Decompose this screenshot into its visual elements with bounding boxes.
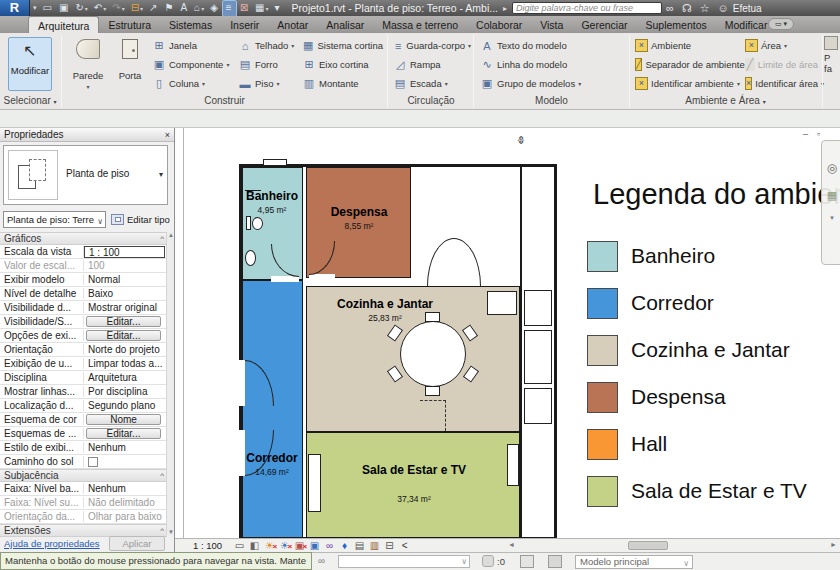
ribbon-tab[interactable]: Inserir [221, 16, 268, 33]
sun-path-icon[interactable]: ☀× [262, 540, 277, 552]
measure-button[interactable]: ⊟▾ [128, 1, 146, 16]
property-row[interactable]: Escala da vista 1 : 100 [0, 245, 167, 259]
property-row[interactable]: Opções de exi... Editar... [0, 329, 167, 343]
ribbon-tab[interactable]: Arquitetura [28, 16, 99, 33]
ribbon-tab[interactable]: Gerenciar [572, 16, 636, 33]
section-header-graficos[interactable]: Gráficos^ [0, 232, 167, 245]
show-crop-icon[interactable]: ▣ [307, 540, 322, 552]
property-value[interactable]: Nenhum [84, 483, 167, 494]
property-value[interactable]: Por disciplina [84, 386, 167, 397]
title-expand-icon[interactable]: ▸ [503, 4, 507, 13]
default-3d-view-button[interactable]: ⌂▾ [191, 1, 207, 16]
edit-type-button[interactable]: Editar tipo [111, 211, 171, 228]
panel-label-modelo[interactable]: Modelo [475, 93, 628, 108]
save-button[interactable]: ▣ [56, 1, 72, 16]
parede-button[interactable]: Parede ▾ [68, 37, 108, 91]
reveal-hidden-icon[interactable]: ∞ [322, 540, 337, 552]
scroll-left-icon[interactable]: ◄ [508, 541, 515, 548]
property-row[interactable]: Visibilidade/S... Editar... [0, 315, 167, 329]
ambiente-button[interactable]: ×Ambiente [635, 36, 743, 55]
aligned-dimension-button[interactable]: ↗ [146, 1, 161, 16]
property-row[interactable]: Esquemas de ... Editar... [0, 427, 167, 441]
sistema-cortina-button[interactable]: ▦Sistema cortina [302, 36, 386, 55]
navigation-bar[interactable]: ◎ ▦ ▾ [821, 140, 840, 265]
horizontal-scrollbar[interactable]: ◄ ► [505, 538, 840, 552]
chevron-down-icon[interactable]: ∨ [97, 214, 103, 228]
escada-button[interactable]: ▤Escada▾ [393, 74, 471, 93]
forro-button[interactable]: ▤Forro [238, 55, 300, 74]
tag-button[interactable]: ⚑ [161, 1, 177, 16]
view-restore-icon[interactable]: ▫ [817, 129, 820, 139]
property-row[interactable]: Orientação Norte do projeto [0, 343, 167, 357]
design-options-icon[interactable] [548, 555, 562, 568]
room-sala[interactable] [306, 432, 520, 538]
property-row[interactable]: Mostrar linhas... Por disciplina [0, 385, 167, 399]
view-cube-icon[interactable]: ▦ [822, 189, 840, 202]
property-row[interactable]: Disciplina Arquitetura [0, 371, 167, 385]
ribbon-tab[interactable]: Colaborar [467, 16, 531, 33]
room-corredor[interactable] [242, 280, 303, 538]
properties-title-bar[interactable]: Propriedades × [0, 128, 174, 142]
favorites-button[interactable]: ☆ [696, 2, 714, 15]
pin-icon[interactable]: ♦ [337, 540, 352, 552]
property-row[interactable]: Exibir modelo Normal [0, 273, 167, 287]
opening-icon[interactable] [824, 36, 838, 50]
collapse-chevron-icon[interactable]: ^ [160, 234, 163, 243]
panel-label-selecionar[interactable]: Selecionar ▾ [0, 93, 60, 108]
property-value[interactable]: Limpar todas a... [84, 358, 167, 369]
design-option-combo[interactable]: Modelo principal∨ [575, 555, 693, 569]
property-value[interactable]: Norte do projeto [84, 344, 167, 355]
coluna-button[interactable]: ▯Coluna▾ [152, 74, 236, 93]
worksets-icon[interactable] [520, 555, 534, 568]
ribbon-tab[interactable]: Sistemas [160, 16, 221, 33]
porta-button[interactable]: Porta [110, 37, 150, 91]
property-row[interactable]: Caminho do sol [0, 455, 167, 469]
ribbon-tab[interactable]: Anotar [268, 16, 317, 33]
visual-style-icon[interactable]: ▭ [232, 540, 247, 552]
view-scale[interactable]: 1 : 100 [193, 540, 222, 551]
chevron-down-icon[interactable]: ∨ [461, 557, 467, 566]
grupo-modelo-button[interactable]: ▣Grupo de modelos▾ [480, 74, 626, 93]
close-hidden-windows-button[interactable]: ⊠ [237, 1, 252, 16]
sync-button[interactable]: ↻▾ [72, 1, 90, 16]
property-value[interactable]: Editar... [86, 330, 161, 341]
property-value[interactable] [88, 457, 98, 467]
montante-button[interactable]: ▥Montante [302, 74, 386, 93]
property-row[interactable]: Valor de escal... 100 [0, 259, 167, 273]
crop-view-icon[interactable]: ▣× [292, 540, 307, 552]
property-value[interactable]: Baixo [84, 288, 167, 299]
shadows-icon[interactable]: ☀× [277, 540, 292, 552]
view-minimize-icon[interactable]: – [803, 129, 808, 139]
properties-help-link[interactable]: Ajuda de propriedades [4, 538, 100, 549]
shaded-view-icon[interactable]: ◧ [247, 540, 262, 552]
panel-label-circulacao[interactable]: Circulação [389, 93, 473, 108]
separador-ambiente-button[interactable]: ╱Separador de ambiente [635, 55, 743, 74]
chevron-down-icon[interactable]: ▾ [159, 170, 163, 179]
ribbon-tab[interactable]: Estrutura [99, 16, 160, 33]
piso-button[interactable]: ▬Piso▾ [238, 74, 300, 93]
ribbon-tab[interactable]: Suplementos [636, 16, 715, 33]
property-value[interactable]: Segundo plano [84, 400, 167, 411]
camera-icon[interactable]: ▤ [352, 540, 367, 552]
undo-button[interactable]: ↶▾ [91, 1, 109, 16]
property-value[interactable]: Normal [84, 274, 167, 285]
panel-label-ambiente-area[interactable]: Ambiente e Área ▾ [630, 93, 821, 108]
property-row[interactable]: Nível de detalhe Baixo [0, 287, 167, 301]
revit-logo[interactable]: R [0, 0, 30, 16]
drawing-canvas[interactable]: – ▫ Banheiro 4,95 m² Despensa 8,5 [175, 128, 840, 538]
thin-lines-button[interactable]: ≡ [222, 0, 237, 17]
rampa-button[interactable]: ◿Rampa [393, 55, 471, 74]
text-button[interactable]: A [177, 1, 191, 16]
property-value[interactable]: Olhar para baixo [84, 511, 167, 522]
type-selector[interactable]: Planta de piso ▾ [3, 145, 168, 205]
eixo-cortina-button[interactable]: ⊞Eixo cortina [302, 55, 386, 74]
ribbon-tab[interactable]: Massa e terreno [373, 16, 467, 33]
search-button[interactable]: ∞ [662, 2, 678, 14]
ribbon-tab[interactable]: Vista [531, 16, 572, 33]
guarda-corpo-button[interactable]: ≡Guarda-corpo▾ [393, 36, 471, 55]
property-row[interactable]: Faixa: Nível ba... Nenhum [0, 482, 167, 496]
app-menu-arrow-icon[interactable]: ▾ [30, 4, 40, 12]
scroll-right-icon[interactable]: ► [830, 541, 837, 548]
area-button[interactable]: ×Área▾ [745, 36, 821, 55]
modify-tool-button[interactable]: ↖ Modificar [8, 37, 52, 91]
